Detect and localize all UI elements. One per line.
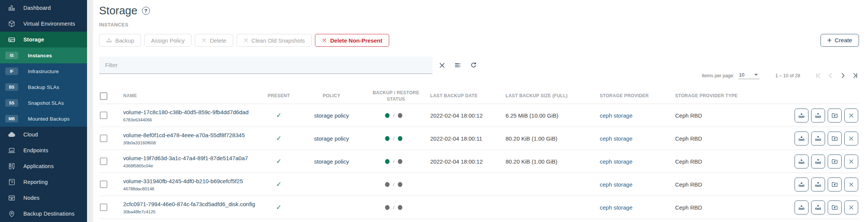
restore-status-dot [398,182,402,187]
sidebar-item-nodes[interactable]: Nodes [0,190,87,206]
sidebar-item-backup-destinations[interactable]: Backup Destinations [0,206,87,222]
present-check-icon: ✓ [276,134,281,142]
row-restore-button[interactable] [811,155,825,168]
row-backup-button[interactable] [795,178,808,191]
folder-up-icon [831,135,838,142]
first-page-icon[interactable] [815,72,822,79]
items-per-page-value: 10 [739,72,744,78]
sidebar-item-virtual-environments[interactable]: Virtual Environments [0,16,87,32]
delete-non-present-button[interactable]: Delete Non-Present [315,34,389,47]
volume-name-link[interactable]: volume-17c8c180-c38b-40d5-859c-9fb4dd7d6… [123,109,256,116]
storage-provider-type: Ceph RBD [671,112,772,119]
sidebar-item-label: Backup Destinations [23,211,75,217]
storage-provider-link[interactable]: ceph storage [600,112,633,119]
row-checkbox[interactable] [100,181,107,188]
refresh-icon[interactable] [470,61,477,69]
row-restore-button[interactable] [811,109,825,122]
policy-link[interactable]: storage policy [314,112,349,119]
filter-input[interactable] [99,57,432,74]
sidebar-item-snapshot-slas[interactable]: SS Snapshot SLAs [0,95,87,111]
sidebar-item-cloud[interactable]: Cloud [0,127,87,142]
volume-name-link[interactable]: 2cfc0971-7994-46e0-874c-fa73cd5adfd6_dis… [123,201,256,208]
restore-up-icon [815,135,822,142]
row-delete-button[interactable] [844,109,858,122]
sidebar-item-dashboard[interactable]: Dashboard [0,0,87,16]
previous-page-icon[interactable] [827,72,834,79]
pagination-range: 1 – 10 of 28 [775,73,800,78]
volume-id: 4368f5865c04e [123,164,256,168]
row-backup-button[interactable] [795,155,808,168]
row-folder-restore-button[interactable] [828,201,842,214]
next-page-icon[interactable] [839,72,847,79]
create-button[interactable]: + Create [821,34,859,47]
help-icon[interactable]: ? [142,7,150,15]
sidebar-item-instances[interactable]: IS Instances [0,47,87,63]
table-row: volume-19f7d63d-3a1c-47a4-89f1-87de5147a… [99,150,859,173]
row-actions [772,178,859,191]
policy-link[interactable]: storage policy [314,158,349,165]
backup-down-icon [798,135,805,142]
row-backup-button[interactable] [795,201,808,214]
row-delete-button[interactable] [844,201,858,214]
sidebar-item-infrastructure[interactable]: IF Infrastructure [0,63,87,79]
main-content: Storage ? INSTANCES Backup Assign Policy… [93,0,868,222]
row-folder-restore-button[interactable] [828,155,842,168]
policy-link[interactable]: storage policy [314,135,349,142]
clear-filter-icon[interactable] [439,62,446,69]
volume-name-link[interactable]: volume-19f7d63d-3a1c-47a4-89f1-87de5147a… [123,155,256,162]
storage-provider-link[interactable]: ceph storage [600,181,633,188]
snapshot-slas-badge: SS [5,99,18,107]
items-per-page-label: Items per page: [702,73,735,78]
sidebar-item-applications[interactable]: Applications [0,158,87,174]
storage-provider-link[interactable]: ceph storage [600,135,633,142]
close-icon [243,38,249,43]
backup-status-dot [385,159,390,164]
row-restore-button[interactable] [811,178,825,191]
apps-icon [7,162,17,170]
column-header-storage-provider-type: STORAGE PROVIDER TYPE [671,93,772,99]
row-folder-restore-button[interactable] [828,109,842,122]
assign-policy-button[interactable]: Assign Policy [144,34,191,47]
row-restore-button[interactable] [811,132,825,145]
backup-restore-status: / [362,182,426,187]
backup-button[interactable]: Backup [99,34,141,47]
sidebar-item-storage[interactable]: Storage [0,32,87,47]
delete-button[interactable]: Delete [195,34,233,47]
row-checkbox[interactable] [100,112,107,119]
sidebar-item-reporting[interactable]: Reporting [0,174,87,190]
last-backup-size: 80.20 KiB (1.00 GiB) [501,158,595,165]
filter-row: Items per page: 10 1 – 10 of 28 [99,57,859,74]
node-icon [7,194,17,202]
backup-down-icon [798,112,805,119]
sidebar-item-endpoints[interactable]: Endpoints [0,142,87,158]
row-checkbox[interactable] [100,135,107,142]
volume-name-link[interactable]: volume-8ef0f1cd-e478-4eee-a70a-55df8f728… [123,132,256,139]
column-list-icon[interactable] [454,61,462,69]
backup-icon [106,37,112,44]
close-icon [848,158,854,165]
restore-status-dot [398,136,402,141]
row-delete-button[interactable] [844,132,858,145]
row-actions [772,201,859,214]
storage-provider-link[interactable]: ceph storage [600,204,633,211]
select-all-checkbox[interactable] [100,92,107,100]
clean-old-snapshots-button-label: Clean Old Snapshots [252,37,305,44]
row-backup-button[interactable] [795,132,808,145]
storage-provider-link[interactable]: ceph storage [600,158,633,165]
row-restore-button[interactable] [811,201,825,214]
last-page-icon[interactable] [852,72,859,79]
row-delete-button[interactable] [844,155,858,168]
sidebar-item-backup-slas[interactable]: BS Backup SLAs [0,79,87,95]
sidebar-item-mounted-backups[interactable]: MB Mounted Backups [0,111,87,127]
row-delete-button[interactable] [844,178,858,191]
clean-old-snapshots-button[interactable]: Clean Old Snapshots [237,34,312,47]
row-checkbox[interactable] [100,204,107,211]
items-per-page-select[interactable]: 10 [738,72,760,79]
row-backup-button[interactable] [795,109,808,122]
volume-name-link[interactable]: volume-331940fb-4245-4df0-b210-b69cefcf5… [123,178,256,185]
status-separator: / [393,159,394,164]
row-folder-restore-button[interactable] [828,178,842,191]
row-checkbox[interactable] [100,158,107,165]
row-folder-restore-button[interactable] [828,132,842,145]
close-icon [848,204,854,211]
